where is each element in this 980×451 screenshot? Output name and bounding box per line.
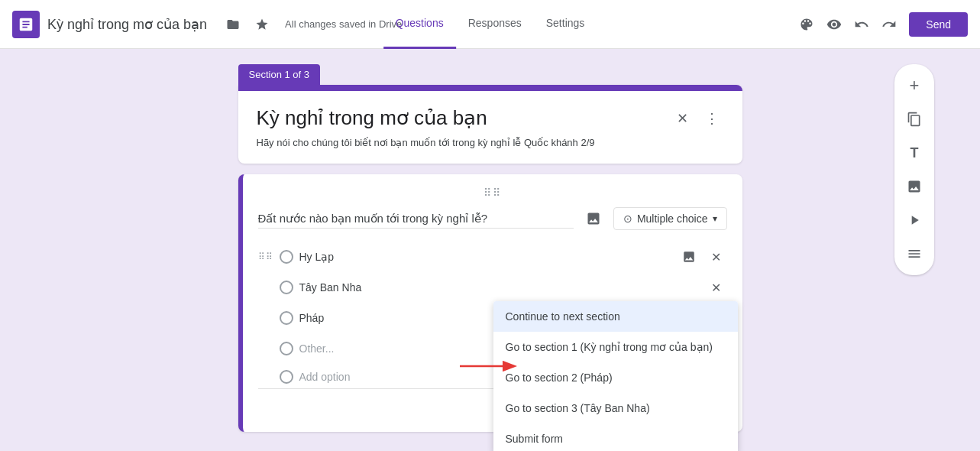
header-icons (221, 12, 274, 37)
question-input[interactable] (258, 209, 574, 229)
undo-icon[interactable] (849, 12, 874, 37)
close-title-button[interactable]: ✕ (671, 106, 695, 131)
form-title: Kỳ nghỉ trong mơ của bạn (257, 106, 487, 130)
more-title-button[interactable]: ⋮ (700, 106, 724, 131)
add-element-button[interactable]: + (899, 70, 930, 101)
folder-icon[interactable] (221, 12, 245, 37)
app-icon (12, 11, 40, 38)
dropdown-item-3[interactable]: Go to section 2 (Pháp) (493, 362, 738, 393)
title-card-top: Kỳ nghỉ trong mơ của bạn ✕ ⋮ (257, 106, 724, 131)
option-radio-4 (280, 342, 293, 355)
add-text-button[interactable]: T (899, 138, 930, 168)
add-section-button[interactable] (899, 238, 930, 269)
question-type-button[interactable]: ⊙ Multiple choice ▾ (613, 207, 727, 230)
doc-title: Kỳ nghỉ trong mơ của bạn (47, 16, 207, 33)
palette-icon[interactable] (794, 12, 819, 37)
radio-icon: ⊙ (623, 213, 632, 225)
form-description: Hãy nói cho chúng tôi biết nơi bạn muốn … (257, 137, 724, 148)
arrow-indicator (460, 355, 521, 381)
question-top: ⊙ Multiple choice ▾ (258, 206, 727, 231)
redo-icon[interactable] (877, 12, 901, 37)
title-card: Kỳ nghỉ trong mơ của bạn ✕ ⋮ Hãy nói cho… (238, 85, 742, 164)
chevron-down-icon: ▾ (713, 213, 717, 224)
copy-element-button[interactable] (899, 104, 930, 135)
tab-questions[interactable]: Questions (383, 0, 456, 49)
option-text-1[interactable]: Hy Lạp (299, 251, 672, 264)
section-badge: Section 1 of 3 (238, 64, 321, 85)
option-row-1: ⠿⠿ Hy Lạp ✕ (258, 242, 727, 272)
dropdown-item-1[interactable]: Continue to next section (493, 301, 738, 332)
app-header: Kỳ nghỉ trong mơ của bạn All changes sav… (0, 0, 980, 49)
header-tabs: Questions Responses Settings (383, 0, 597, 49)
option-image-button-1[interactable] (678, 246, 700, 268)
dropdown-item-4[interactable]: Go to section 3 (Tây Ban Nha) (493, 393, 738, 423)
tab-responses[interactable]: Responses (456, 0, 534, 49)
option-radio-3 (280, 311, 293, 325)
option-close-button-1[interactable]: ✕ (706, 246, 727, 268)
main-content: Section 1 of 3 Kỳ nghỉ trong mơ của bạn … (0, 49, 980, 451)
send-button[interactable]: Send (909, 12, 968, 37)
dropdown-menu: Continue to next section Go to section 1… (493, 301, 738, 451)
question-image-icon[interactable] (581, 206, 606, 231)
dropdown-item-2[interactable]: Go to section 1 (Kỳ nghỉ trong mơ của bạ… (493, 332, 738, 362)
add-option-radio (280, 370, 293, 384)
question-type-label: Multiple choice (637, 213, 708, 225)
drag-handle: ⠿⠿ (258, 187, 727, 199)
title-actions: ✕ ⋮ (671, 106, 724, 131)
dropdown-item-5[interactable]: Submit form (493, 423, 738, 451)
add-option-text[interactable]: Add option (299, 371, 351, 383)
option-text-2[interactable]: Tây Ban Nha (299, 281, 700, 294)
right-sidebar: + T (894, 64, 934, 275)
option-close-button-2[interactable]: ✕ (706, 277, 727, 298)
star-icon[interactable] (250, 12, 274, 37)
option-drag-icon-1: ⠿⠿ (258, 251, 273, 262)
add-image-button[interactable] (899, 171, 930, 202)
add-video-button[interactable] (899, 205, 930, 235)
header-action-icons (794, 12, 901, 37)
option-radio-1 (280, 250, 293, 264)
preview-icon[interactable] (822, 12, 846, 37)
option-row-2: Tây Ban Nha ✕ (258, 272, 727, 303)
header-right: Send (794, 12, 968, 37)
option-radio-2 (280, 281, 293, 294)
tab-settings[interactable]: Settings (534, 0, 597, 49)
form-container: Section 1 of 3 Kỳ nghỉ trong mơ của bạn … (238, 64, 742, 436)
